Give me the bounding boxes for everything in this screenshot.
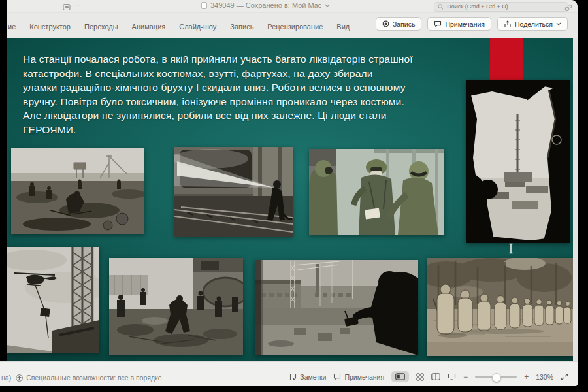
accessibility-icon xyxy=(16,374,23,382)
slide-text-line: ГЕРОЯМИ. xyxy=(23,123,413,137)
chevron-down-icon xyxy=(556,22,561,25)
ribbon: ие Конструктор Переходы Анимация Слайд-ш… xyxy=(0,13,578,38)
photo-roof-liquidators[interactable] xyxy=(109,258,243,355)
photo-observer-dosimeter-cranes[interactable] xyxy=(255,260,418,355)
notes-button[interactable]: Заметки xyxy=(289,373,326,381)
slide-counter-partial: на) xyxy=(1,374,11,382)
tab-animations[interactable]: Анимация xyxy=(132,23,166,31)
zoom-out-button[interactable]: − xyxy=(463,372,468,382)
red-accent-stripe xyxy=(490,38,523,80)
document-title-text: 349049 — Сохранено в: Мой Mac xyxy=(210,1,321,9)
tab-view[interactable]: Вид xyxy=(336,23,350,31)
slide-text-line: Але ліквідатори не зупинялися, робили вс… xyxy=(23,108,413,123)
slide-scroll-strip[interactable] xyxy=(573,38,578,361)
fullscreen-icon xyxy=(561,373,568,381)
statusbar-comments-label: Примечания xyxy=(344,373,384,381)
document-icon xyxy=(201,2,207,9)
photo-helicopter-cockpit-view[interactable] xyxy=(466,80,570,243)
tab-design[interactable]: Конструктор xyxy=(29,23,71,31)
tab-record[interactable]: Запись xyxy=(230,23,253,31)
share-button-label: Поделиться xyxy=(515,20,553,28)
comments-button[interactable]: Примечания xyxy=(427,17,491,31)
comments-button-label: Примечания xyxy=(445,20,485,28)
tab-transitions[interactable]: Переходы xyxy=(84,23,118,31)
comment-icon xyxy=(434,20,442,27)
letterbox-left xyxy=(0,0,7,361)
text-cursor-ibeam xyxy=(508,243,514,257)
reading-view-icon xyxy=(431,373,440,380)
photo-helicopter-sling-load[interactable] xyxy=(7,247,99,353)
slide-text-line: катастрофи. В спеціальних костюмах, взут… xyxy=(23,67,413,81)
reading-view-button[interactable] xyxy=(431,373,440,380)
grid-view-icon xyxy=(416,373,424,381)
photo-firefighter-hosing-railway[interactable] xyxy=(174,147,293,237)
normal-view-icon xyxy=(395,373,405,380)
record-icon xyxy=(382,20,389,27)
ribbon-tabs: ие Конструктор Переходы Анимация Слайд-ш… xyxy=(8,23,350,31)
monitor-icon xyxy=(448,373,456,380)
notes-icon xyxy=(289,373,297,381)
photo-liquidators-debris-field[interactable] xyxy=(11,148,144,234)
tab-partial[interactable]: ие xyxy=(8,23,16,31)
statusbar-comments-button[interactable]: Примечания xyxy=(333,373,384,381)
share-button[interactable]: Поделиться xyxy=(497,17,568,31)
comment-icon xyxy=(333,373,341,380)
photo-soldiers-gas-masks[interactable] xyxy=(309,149,444,235)
zoom-slider[interactable] xyxy=(475,376,517,378)
search-icon xyxy=(438,4,443,10)
normal-view-button[interactable] xyxy=(391,371,409,382)
tab-slideshow[interactable]: Слайд-шоу xyxy=(179,23,216,31)
share-icon xyxy=(504,20,512,28)
slideshow-button[interactable] xyxy=(448,373,456,380)
photo-liquidators-lineup[interactable] xyxy=(427,258,573,356)
tab-review[interactable]: Рецензирование xyxy=(267,23,323,31)
titlebar: ··· 349049 — Сохранено в: Мой Mac xyxy=(0,0,578,13)
slide-text-line: вручну. Повітря було токсичним, іонізуюч… xyxy=(23,95,413,109)
zoom-in-button[interactable]: + xyxy=(524,372,529,382)
search-field[interactable] xyxy=(434,2,568,12)
slide-text-line: уламки радіаційно-хімічного брухту І ски… xyxy=(23,80,413,95)
slide-sorter-button[interactable] xyxy=(416,373,424,381)
app-window: ··· 349049 — Сохранено в: Мой Mac ие Кон… xyxy=(0,0,578,386)
zoom-level[interactable]: 130% xyxy=(536,373,553,381)
slide-text-line: На станції почалася робота, в якій прийн… xyxy=(23,52,413,67)
more-options-button[interactable]: ··· xyxy=(74,1,84,8)
accessibility-status[interactable]: Специальные возможности: все в порядке xyxy=(16,374,161,382)
accessibility-status-label: Специальные возможности: все в порядке xyxy=(26,374,161,382)
notes-button-label: Заметки xyxy=(300,373,326,381)
ribbon-actions: Запись Примечания Поделиться xyxy=(376,17,568,31)
slide-text-box[interactable]: На станції почалася робота, в якій прийн… xyxy=(23,52,413,137)
chevron-down-icon xyxy=(325,4,330,7)
statusbar: на) Специальные возможности: все в поряд… xyxy=(0,361,578,386)
record-button-label: Запись xyxy=(393,20,415,28)
zoom-slider-knob[interactable] xyxy=(492,373,501,382)
slide-canvas[interactable]: На станції почалася робота, в якій прийн… xyxy=(7,38,573,361)
fullscreen-button[interactable] xyxy=(561,373,568,381)
app-icon[interactable] xyxy=(63,2,71,14)
search-input[interactable] xyxy=(446,3,564,10)
record-button[interactable]: Запись xyxy=(376,17,421,31)
document-title[interactable]: 349049 — Сохранено в: Мой Mac xyxy=(201,1,330,9)
